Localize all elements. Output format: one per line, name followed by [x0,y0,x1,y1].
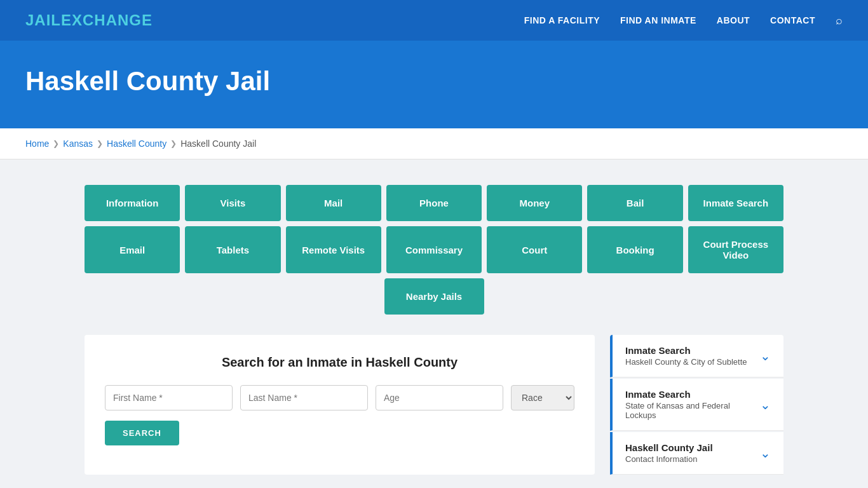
search-title: Search for an Inmate in Haskell County [105,355,574,370]
sidebar-card-kansas-subtitle: State of Kansas and Federal Lockups [625,401,760,420]
sidebar-card-haskell-subtitle: Haskell County & City of Sublette [625,357,747,367]
main-content: Information Visits Mail Phone Money Bail… [0,159,868,488]
btn-remote-visits[interactable]: Remote Visits [286,226,381,273]
btn-phone[interactable]: Phone [386,185,482,221]
chevron-down-icon-3: ⌄ [760,445,771,461]
card-text-haskell: Inmate Search Haskell County & City of S… [625,345,747,367]
breadcrumb-haskell-county[interactable]: Haskell County [107,139,166,149]
sidebar-card-contact-subtitle: Contact Information [625,454,713,464]
breadcrumb-sep-2: ❯ [97,139,103,148]
nav-about[interactable]: ABOUT [717,15,750,25]
sidebar-card-kansas-title: Inmate Search [625,389,760,400]
btn-inmate-search[interactable]: Inmate Search [688,185,783,221]
breadcrumb-current: Haskell County Jail [180,139,256,149]
sidebar-card-haskell-search[interactable]: Inmate Search Haskell County & City of S… [610,335,783,377]
grid-row-2: Email Tablets Remote Visits Commissary C… [85,226,783,273]
btn-information[interactable]: Information [85,185,180,221]
race-select[interactable]: Race White Black Hispanic Asian Other [511,385,574,410]
btn-nearby-jails[interactable]: Nearby Jails [384,278,484,315]
nav-contact[interactable]: CONTACT [770,15,815,25]
sidebar-card-kansas-search[interactable]: Inmate Search State of Kansas and Federa… [610,379,783,431]
sidebar-card-haskell-title: Inmate Search [625,345,747,356]
btn-booking[interactable]: Booking [587,226,682,273]
btn-mail[interactable]: Mail [286,185,381,221]
nav-find-inmate[interactable]: FIND AN INMATE [620,15,696,25]
sidebar-card-contact[interactable]: Haskell County Jail Contact Information … [610,432,783,475]
breadcrumb-bar: Home ❯ Kansas ❯ Haskell County ❯ Haskell… [0,128,868,159]
site-logo[interactable]: JAILEXCHANGE [25,11,153,29]
page-title: Haskell County Jail [25,66,843,97]
btn-email[interactable]: Email [85,226,180,273]
btn-bail[interactable]: Bail [587,185,682,221]
breadcrumb-sep-3: ❯ [170,139,177,148]
breadcrumb-home[interactable]: Home [25,139,49,149]
main-nav: FIND A FACILITY FIND AN INMATE ABOUT CON… [524,14,843,27]
inmate-search-panel: Search for an Inmate in Haskell County R… [85,335,595,475]
grid-row-3: Nearby Jails [85,278,783,315]
last-name-input[interactable] [240,385,368,410]
age-input[interactable] [376,385,503,410]
btn-visits[interactable]: Visits [185,185,280,221]
logo-jail: JAIL [25,11,61,29]
card-text-contact: Haskell County Jail Contact Information [625,442,713,464]
btn-commissary[interactable]: Commissary [386,226,482,273]
nav-find-facility[interactable]: FIND A FACILITY [524,15,600,25]
search-icon[interactable]: ⌕ [836,14,843,27]
card-text-kansas: Inmate Search State of Kansas and Federa… [625,389,760,420]
sidebar: Inmate Search Haskell County & City of S… [610,335,783,475]
breadcrumb: Home ❯ Kansas ❯ Haskell County ❯ Haskell… [25,139,843,149]
search-button[interactable]: SEARCH [105,421,179,445]
logo-exchange: EXCHANGE [61,11,153,29]
chevron-down-icon-2: ⌄ [760,397,771,412]
search-fields: Race White Black Hispanic Asian Other [105,385,574,410]
main-row: Search for an Inmate in Haskell County R… [85,335,783,475]
btn-court[interactable]: Court [487,226,582,273]
btn-money[interactable]: Money [487,185,582,221]
first-name-input[interactable] [105,385,233,410]
site-header: JAILEXCHANGE FIND A FACILITY FIND AN INM… [0,0,868,41]
breadcrumb-kansas[interactable]: Kansas [63,139,93,149]
hero-section: Haskell County Jail [0,41,868,128]
chevron-down-icon: ⌄ [760,348,771,363]
sidebar-card-contact-title: Haskell County Jail [625,442,713,453]
breadcrumb-sep-1: ❯ [53,139,59,148]
grid-row-1: Information Visits Mail Phone Money Bail… [85,185,783,221]
btn-court-process-video[interactable]: Court Process Video [688,226,783,273]
btn-tablets[interactable]: Tablets [185,226,280,273]
